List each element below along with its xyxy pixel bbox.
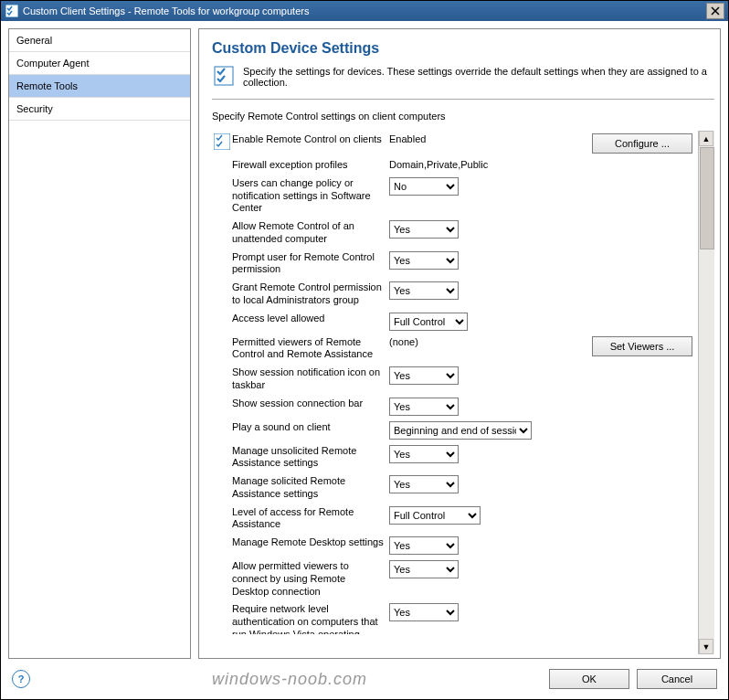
set-viewers-button[interactable]: Set Viewers ... xyxy=(592,336,692,356)
select-connection-bar[interactable]: Yes xyxy=(389,398,459,416)
row-grant-admins: Grant Remote Control permission to local… xyxy=(212,279,698,310)
row-unsolicited-ra: Manage unsolicited Remote Assistance set… xyxy=(212,442,698,473)
row-permitted-viewers: Permitted viewers of Remote Control and … xyxy=(212,334,698,365)
row-play-sound: Play a sound on client Beginning and end… xyxy=(212,419,698,442)
select-ra-access-level[interactable]: Full Control xyxy=(389,506,481,525)
app-icon xyxy=(5,4,19,18)
dialog-window: Custom Client Settings - Remote Tools fo… xyxy=(0,0,729,700)
label-grant-admins: Grant Remote Control permission to local… xyxy=(232,281,389,307)
label-allow-unattended: Allow Remote Control of an unattended co… xyxy=(232,220,389,246)
row-ra-access-level: Level of access for Remote Assistance Fu… xyxy=(212,504,698,535)
settings-icon xyxy=(212,133,232,150)
description-text: Specify the settings for devices. These … xyxy=(243,66,714,88)
configure-button[interactable]: Configure ... xyxy=(592,133,692,154)
label-prompt-permission: Prompt user for Remote Control permissio… xyxy=(232,251,389,277)
ok-button[interactable]: OK xyxy=(549,669,629,689)
label-connection-bar: Show session connection bar xyxy=(232,398,389,410)
label-firewall-profiles: Firewall exception profiles xyxy=(232,159,389,172)
page-heading: Custom Device Settings xyxy=(212,40,714,57)
settings-area: Enable Remote Control on clients Enabled… xyxy=(212,131,714,654)
nav-item-security[interactable]: Security xyxy=(9,98,190,121)
content-panel: Custom Device Settings Specify the setti… xyxy=(198,28,721,659)
row-allow-rdp-viewers: Allow permitted viewers to connect by us… xyxy=(212,557,698,600)
label-solicited-ra: Manage solicited Remote Assistance setti… xyxy=(232,475,389,501)
label-play-sound: Play a sound on client xyxy=(232,421,389,434)
label-allow-rdp-viewers: Allow permitted viewers to connect by us… xyxy=(232,560,389,598)
scroll-down-arrow[interactable]: ▼ xyxy=(699,639,713,654)
label-require-nla: Require network level authentication on … xyxy=(232,603,389,634)
watermark: windows-noob.com xyxy=(37,670,542,689)
label-unsolicited-ra: Manage unsolicited Remote Assistance set… xyxy=(232,445,389,471)
select-solicited-ra[interactable]: Yes xyxy=(389,475,459,493)
scroll-up-arrow[interactable]: ▲ xyxy=(699,131,713,146)
cancel-button[interactable]: Cancel xyxy=(637,669,717,689)
nav-item-general[interactable]: General xyxy=(9,29,190,52)
row-users-change-policy: Users can change policy or notification … xyxy=(212,175,698,217)
dialog-body: General Computer Agent Remote Tools Secu… xyxy=(1,21,728,659)
vertical-scrollbar[interactable]: ▲ ▼ xyxy=(698,131,714,654)
description-row: Specify the settings for devices. These … xyxy=(212,66,714,88)
nav-item-remote-tools[interactable]: Remote Tools xyxy=(9,75,190,98)
label-enable-remote-control: Enable Remote Control on clients xyxy=(232,133,389,146)
section-subheading: Specify Remote Control settings on clien… xyxy=(212,111,714,122)
label-users-change-policy: Users can change policy or notification … xyxy=(232,177,389,215)
dialog-footer: ? windows-noob.com OK Cancel xyxy=(1,659,728,699)
row-require-nla: Require network level authentication on … xyxy=(212,600,698,637)
row-access-level: Access level allowed Full Control xyxy=(212,310,698,334)
row-prompt-permission: Prompt user for Remote Control permissio… xyxy=(212,249,698,280)
divider xyxy=(212,99,714,100)
select-require-nla[interactable]: Yes xyxy=(389,603,459,621)
label-notification-icon: Show session notification icon on taskba… xyxy=(232,366,389,392)
row-notification-icon: Show session notification icon on taskba… xyxy=(212,364,698,395)
select-allow-unattended[interactable]: Yes xyxy=(389,220,459,239)
row-firewall-profiles: Firewall exception profiles Domain,Priva… xyxy=(212,156,698,175)
label-ra-access-level: Level of access for Remote Assistance xyxy=(232,506,389,532)
scroll-thumb[interactable] xyxy=(700,147,714,249)
title-bar: Custom Client Settings - Remote Tools fo… xyxy=(1,1,728,21)
select-play-sound[interactable]: Beginning and end of session xyxy=(389,421,532,440)
label-permitted-viewers: Permitted viewers of Remote Control and … xyxy=(232,336,389,362)
select-users-change-policy[interactable]: No xyxy=(389,177,459,196)
select-grant-admins[interactable]: Yes xyxy=(389,281,459,300)
select-unsolicited-ra[interactable]: Yes xyxy=(389,445,459,463)
row-solicited-ra: Manage solicited Remote Assistance setti… xyxy=(212,472,698,504)
select-prompt-permission[interactable]: Yes xyxy=(389,251,459,270)
row-enable-remote-control: Enable Remote Control on clients Enabled… xyxy=(212,131,698,156)
value-permitted-viewers: (none) xyxy=(389,336,535,347)
value-enable-remote-control: Enabled xyxy=(389,133,535,144)
value-firewall-profiles: Domain,Private,Public xyxy=(389,159,535,170)
window-title: Custom Client Settings - Remote Tools fo… xyxy=(23,5,706,16)
close-button[interactable] xyxy=(706,3,724,19)
nav-sidebar: General Computer Agent Remote Tools Secu… xyxy=(8,28,191,659)
label-access-level: Access level allowed xyxy=(232,313,389,325)
label-manage-rdp: Manage Remote Desktop settings xyxy=(232,536,389,549)
row-manage-rdp: Manage Remote Desktop settings Yes xyxy=(212,534,698,557)
settings-icon xyxy=(212,66,236,88)
select-access-level[interactable]: Full Control xyxy=(389,313,468,331)
help-button[interactable]: ? xyxy=(12,670,30,688)
nav-item-computer-agent[interactable]: Computer Agent xyxy=(9,52,190,75)
row-connection-bar: Show session connection bar Yes xyxy=(212,395,698,419)
select-allow-rdp-viewers[interactable]: Yes xyxy=(389,560,459,578)
settings-list: Enable Remote Control on clients Enabled… xyxy=(212,131,698,654)
select-notification-icon[interactable]: Yes xyxy=(389,366,459,385)
row-allow-unattended: Allow Remote Control of an unattended co… xyxy=(212,217,698,249)
select-manage-rdp[interactable]: Yes xyxy=(389,536,459,555)
close-icon xyxy=(711,6,720,16)
